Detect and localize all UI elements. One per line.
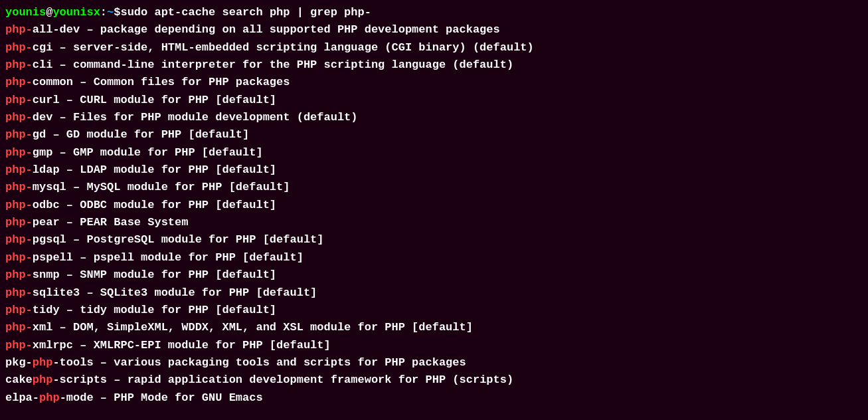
pkg-prefix: php- xyxy=(5,111,33,124)
pkg-prefix: php- xyxy=(5,76,33,88)
list-item: php-cgi – server-side, HTML-embedded scr… xyxy=(5,39,863,56)
list-item: php-cli – command-line interpreter for t… xyxy=(5,56,863,74)
pkg-prefix: php- xyxy=(5,58,33,71)
list-item: php-pgsql – PostgreSQL module for PHP [d… xyxy=(5,231,863,249)
list-item: php-pear – PEAR Base System xyxy=(5,214,863,231)
list-item: php-tidy – tidy module for PHP [default] xyxy=(5,302,863,319)
pkg-prefix: php- xyxy=(5,163,33,176)
pkg-prefix: php- xyxy=(5,41,33,54)
list-item: php-common – Common files for PHP packag… xyxy=(5,74,863,91)
pkg-prefix: php xyxy=(39,391,60,404)
prompt-dollar: $ xyxy=(114,4,120,21)
prompt-host: younisx xyxy=(52,4,100,21)
pkg-prefix: php- xyxy=(5,146,33,159)
pkg-prefix: php- xyxy=(5,233,33,246)
pkg-prefix: php- xyxy=(5,268,33,281)
pkg-prefix: php- xyxy=(5,128,33,141)
list-item: php-xml – DOM, SimpleXML, WDDX, XML, and… xyxy=(5,319,863,336)
list-item: pkg-php-tools – various packaging tools … xyxy=(5,354,863,371)
pkg-prefix: php- xyxy=(5,23,33,36)
prompt-tilde: ~ xyxy=(107,4,114,21)
pkg-prefix: php- xyxy=(5,321,33,334)
list-item: php-all-dev – package depending on all s… xyxy=(5,21,863,39)
pkg-prefix: php xyxy=(33,373,53,386)
list-item: php-gd – GD module for PHP [default] xyxy=(5,126,863,144)
list-item: cakephp-scripts – rapid application deve… xyxy=(5,371,863,389)
list-item: php-odbc – ODBC module for PHP [default] xyxy=(5,197,863,214)
pkg-prefix: php- xyxy=(5,94,33,106)
pkg-prefix: php- xyxy=(5,304,33,316)
pkg-prefix: php- xyxy=(5,199,33,211)
pkg-prefix: php- xyxy=(5,286,33,299)
list-item: php-dev – Files for PHP module developme… xyxy=(5,109,863,126)
pkg-prefix: php xyxy=(33,356,53,369)
prompt-at: @ xyxy=(46,4,52,21)
prompt-user: younis xyxy=(5,4,46,21)
list-item: php-mysql – MySQL module for PHP [defaul… xyxy=(5,179,863,196)
list-item: php-pspell – pspell module for PHP [defa… xyxy=(5,249,863,266)
output-lines: php-all-dev – package depending on all s… xyxy=(5,21,863,407)
prompt-colon: : xyxy=(100,4,107,21)
list-item: elpa-php-mode – PHP Mode for GNU Emacs xyxy=(5,389,863,407)
prompt-line: younis@younisx:~$ sudo apt-cache search … xyxy=(5,4,863,21)
list-item: php-xmlrpc – XMLRPC-EPI module for PHP [… xyxy=(5,337,863,354)
pkg-prefix: php- xyxy=(5,181,33,193)
pkg-prefix: php- xyxy=(5,251,33,264)
list-item: php-snmp – SNMP module for PHP [default] xyxy=(5,266,863,284)
list-item: php-gmp – GMP module for PHP [default] xyxy=(5,144,863,161)
list-item: php-ldap – LDAP module for PHP [default] xyxy=(5,161,863,179)
pkg-prefix: php- xyxy=(5,339,33,352)
list-item: php-curl – CURL module for PHP [default] xyxy=(5,92,863,109)
list-item: php-sqlite3 – SQLite3 module for PHP [de… xyxy=(5,284,863,302)
terminal-window: younis@younisx:~$ sudo apt-cache search … xyxy=(5,4,863,407)
pkg-prefix: php- xyxy=(5,216,33,229)
prompt-command: sudo apt-cache search php | grep php- xyxy=(120,4,371,21)
